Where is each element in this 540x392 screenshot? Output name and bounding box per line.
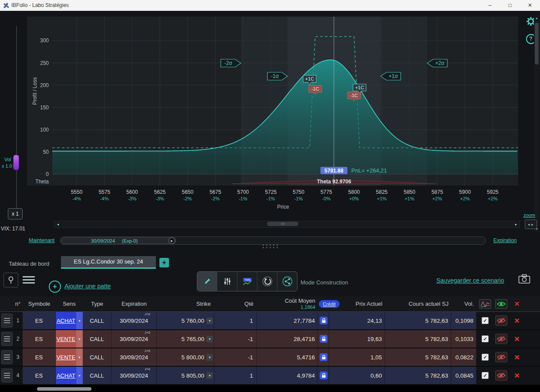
table-row[interactable]: 1 ES ACHAT▾ CALL J+030/09/2024 5 760,00▾… [0, 312, 540, 330]
table-row[interactable]: 3 ES VENTE▾ CALL J+030/09/2024 5 800,00▾… [0, 348, 540, 367]
svg-text:-1σ: -1σ [271, 73, 279, 79]
vertical-scrollbar[interactable]: ▲ ▼ [534, 16, 540, 232]
strike-dropdown[interactable]: 5 800,00▾ [157, 348, 214, 366]
tws-button[interactable]: TWS [237, 272, 257, 291]
cell-qty[interactable]: -1 [214, 330, 257, 348]
hide-leg-button[interactable] [495, 315, 507, 326]
cell-type: CALL [90, 354, 104, 361]
hide-leg-button[interactable] [495, 334, 507, 344]
save-scenario-link[interactable]: Sauvegarder ce scenario [436, 277, 504, 284]
chart-horizontal-scrollbar[interactable]: ◂ ▸ [54, 221, 520, 228]
maximize-button[interactable]: □ [500, 0, 520, 10]
delete-leg-button[interactable]: ✕ [514, 372, 520, 380]
expiration-link[interactable]: Expiration [493, 237, 516, 243]
vol-reset-button[interactable]: x 1 [8, 208, 23, 220]
date-slider-thumb[interactable]: 30/09/2024 (Exp-0) ▶ [61, 237, 176, 244]
svg-text:+0%: +0% [349, 196, 359, 201]
pin-button[interactable] [3, 273, 18, 287]
cell-expiration[interactable]: J+030/09/2024 [111, 312, 157, 329]
zoom-control[interactable]: ◂ ▸ [525, 220, 537, 229]
cell-cost[interactable]: 28,4716 [257, 330, 318, 348]
play-button[interactable]: ▶ [169, 237, 175, 244]
add-leg-icon[interactable]: + [49, 280, 61, 293]
svg-text:-1%: -1% [294, 196, 303, 201]
cell-qty[interactable]: -1 [214, 348, 257, 366]
svg-text:0: 0 [46, 171, 49, 177]
menu-button[interactable] [23, 276, 35, 284]
cell-expiration[interactable]: J+030/09/2024 [111, 330, 157, 348]
dropdown-arrow-icon[interactable]: ▾ [76, 330, 83, 348]
screenshot-button[interactable] [518, 274, 530, 286]
cell-qty[interactable]: 1 [214, 312, 257, 329]
panel-splitter[interactable] [0, 244, 540, 248]
lock-icon[interactable] [320, 353, 327, 361]
cell-qty[interactable]: 1 [214, 367, 257, 384]
include-checkbox[interactable]: ✓ [482, 335, 489, 342]
svg-text:5625: 5625 [154, 189, 166, 195]
delete-leg-button[interactable]: ✕ [514, 353, 520, 362]
delete-leg-button[interactable]: ✕ [514, 335, 520, 343]
cell-expiration[interactable]: J+030/09/2024 [111, 367, 157, 384]
draw-tool-button[interactable] [197, 272, 217, 291]
include-checkbox[interactable]: ✓ [482, 317, 489, 324]
dropdown-arrow-icon[interactable]: ▾ [206, 372, 213, 379]
vertical-scrollbar-thumb[interactable] [535, 23, 539, 64]
pnl-curve-toggle[interactable] [479, 299, 491, 309]
horizontal-scrollbar-thumb[interactable] [267, 222, 298, 226]
now-link[interactable]: Maintenant [29, 237, 54, 243]
drag-handle[interactable] [1, 350, 13, 364]
close-button[interactable]: ✕ [520, 0, 540, 10]
include-checkbox[interactable]: ✓ [482, 372, 489, 379]
adjust-tool-button[interactable] [217, 272, 237, 291]
table-row[interactable]: 4 ES ACHAT▾ CALL J+030/09/2024 5 805,00▾… [0, 367, 540, 385]
sens-dropdown[interactable]: ACHAT▾ [56, 367, 83, 384]
date-slider[interactable]: 30/09/2024 (Exp-0) ▶ [60, 237, 486, 245]
delete-leg-button[interactable]: ✕ [514, 317, 520, 325]
sens-dropdown[interactable]: ACHAT▾ [56, 312, 83, 329]
vol-slider-track[interactable] [16, 26, 17, 209]
add-tab-button[interactable]: + [159, 258, 169, 267]
tab-dashboard[interactable]: Tableau de bord [5, 257, 53, 270]
lock-icon[interactable] [320, 317, 327, 324]
tab-strategy[interactable]: ES Lg.C.Condor 30 sep. 24 [61, 256, 156, 269]
scroll-right-icon[interactable]: ▸ [513, 222, 520, 226]
add-leg-link[interactable]: Ajouter une patte [64, 283, 111, 290]
pin-icon [7, 276, 15, 284]
history-button[interactable] [257, 272, 277, 291]
dropdown-arrow-icon[interactable]: ▾ [76, 367, 83, 384]
include-checkbox[interactable]: ✓ [482, 354, 489, 361]
dropdown-arrow-icon[interactable]: ▾ [206, 318, 213, 324]
pnl-chart[interactable]: 300250200150100500Profit / Loss-2σ-1σ+1σ… [0, 10, 540, 235]
cell-cost[interactable]: 27,7784 [257, 312, 318, 329]
strike-dropdown[interactable]: 5 805,00▾ [157, 367, 214, 384]
delete-all-button[interactable]: ✕ [514, 300, 520, 308]
lock-icon[interactable] [320, 335, 327, 343]
show-all-toggle[interactable] [495, 299, 507, 309]
dropdown-arrow-icon[interactable]: ▾ [206, 336, 213, 342]
cell-expiration[interactable]: J+030/09/2024 [111, 348, 157, 366]
minimize-button[interactable]: – [480, 0, 500, 10]
cell-cost[interactable]: 5,4716 [257, 348, 318, 366]
share-button[interactable] [277, 272, 297, 291]
strike-dropdown[interactable]: 5 765,00▾ [157, 330, 214, 348]
hide-leg-button[interactable] [495, 370, 507, 381]
cell-vol: 0,1098 [451, 312, 476, 329]
dropdown-arrow-icon[interactable]: ▾ [76, 348, 83, 366]
scroll-left-icon[interactable]: ◂ [54, 222, 61, 226]
cell-cost[interactable]: 4,9784 [257, 367, 318, 384]
eye-slash-icon [497, 354, 506, 360]
drag-handle[interactable] [1, 368, 13, 382]
scroll-up-icon[interactable]: ▲ [535, 16, 538, 21]
drag-handle[interactable] [1, 332, 13, 346]
sens-dropdown[interactable]: VENTE▾ [56, 330, 83, 348]
lock-icon[interactable] [320, 372, 327, 379]
vol-slider-thumb[interactable] [13, 155, 19, 170]
sens-dropdown[interactable]: VENTE▾ [56, 348, 83, 366]
strike-dropdown[interactable]: 5 760,00▾ [157, 312, 214, 329]
drag-handle[interactable] [1, 314, 13, 328]
hide-leg-button[interactable] [495, 352, 507, 362]
dropdown-arrow-icon[interactable]: ▾ [206, 354, 213, 361]
header-qty: Qté [214, 301, 257, 307]
table-row[interactable]: 2 ES VENTE▾ CALL J+030/09/2024 5 765,00▾… [0, 330, 540, 348]
dropdown-arrow-icon[interactable]: ▾ [76, 312, 83, 329]
